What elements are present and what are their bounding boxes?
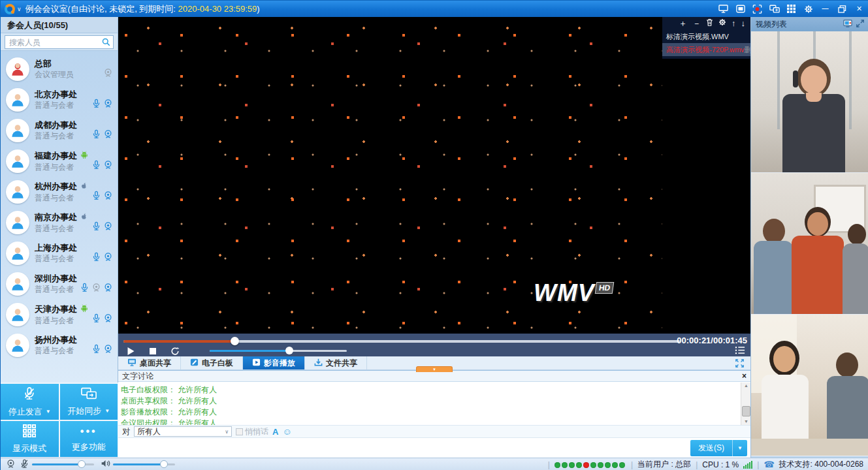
chevron-down-icon[interactable]: ∨ [17,6,22,12]
microphone-icon[interactable] [91,191,101,202]
stop-speaking-button[interactable]: 停止发言▼ [1,384,59,420]
scroll-thumb[interactable] [742,406,750,416]
close-button[interactable]: × [854,4,865,14]
participant-row[interactable]: 成都办事处普通与会者 [1,115,118,146]
trash-icon[interactable] [706,18,713,29]
whisper-option[interactable]: 悄悄话 [236,426,268,437]
permission-message: 桌面共享权限： 允许所有人 [121,396,738,407]
connection-dot [605,462,611,468]
minimize-button[interactable]: ─ [820,4,831,14]
tab-whiteboard[interactable]: 电子白板 [181,356,243,369]
participant-row[interactable]: 上海办事处普通与会者 [1,238,118,268]
scroll-down-icon[interactable]: ▼ [741,418,751,425]
seek-handle[interactable] [231,337,239,345]
webcam-icon[interactable] [103,283,113,294]
volume-handle[interactable] [285,347,293,354]
sync-screens-icon[interactable] [769,4,780,14]
replay-button[interactable] [168,346,182,356]
playlist-add-icon[interactable]: ＋ [679,18,687,29]
search-icon[interactable] [102,38,110,48]
participant-row[interactable]: 天津办事处 普通与会者 [1,299,118,330]
webcam-icon[interactable] [103,313,113,325]
playlist-settings-icon[interactable] [718,18,726,29]
play-button[interactable] [123,346,138,356]
connection-dot [590,462,596,468]
microphone-icon[interactable] [80,283,89,294]
settings-gear-icon[interactable] [803,4,814,14]
microphone-icon[interactable] [91,160,101,172]
chat-input[interactable] [118,439,750,458]
webcam-icon[interactable] [103,221,113,233]
webcam-icon[interactable] [103,344,113,356]
remote-video-thumbnail[interactable] [751,173,868,315]
record-icon[interactable] [752,4,763,14]
participant-row[interactable]: 深圳办事处普通与会者 [1,268,118,299]
volume-slider[interactable] [210,350,347,352]
video-display-icon[interactable] [843,20,852,29]
remote-video-thumbnail[interactable] [751,31,868,173]
window-mode-icon[interactable] [735,4,746,14]
remote-video-thumbnail[interactable] [751,315,868,456]
chat-message-area[interactable]: 电子白板权限： 允许所有人 桌面共享权限： 允许所有人 影音播放权限： 允许所有… [118,383,741,425]
whisper-checkbox[interactable] [236,428,243,435]
search-input[interactable] [5,35,114,49]
participant-row[interactable]: 总部会议管理员 [1,54,118,84]
chat-collapse-handle[interactable] [416,366,453,372]
scroll-up-icon[interactable]: ▲ [741,383,751,389]
stop-button[interactable] [146,346,160,356]
chat-close-icon[interactable]: × [742,371,747,381]
fullscreen-icon[interactable] [729,356,750,369]
microphone-icon[interactable] [91,221,101,233]
webcam-icon[interactable] [103,252,113,264]
webcam-off-icon[interactable] [103,68,113,80]
playlist-remove-icon[interactable]: － [692,18,701,29]
expand-panel-icon[interactable] [856,20,864,29]
display-mode-button[interactable]: 显示模式 [1,421,59,457]
media-playback-stage[interactable]: WMVHD ＋ － ↑ ↓ 标清演示视频.WMV 高清演示视频-720P.wmv… [118,17,750,334]
tab-media-playback[interactable]: 影音播放 [243,356,305,369]
send-options-caret[interactable]: ▼ [733,445,747,451]
participant-row[interactable]: 福建办事处 普通与会者 [1,146,118,176]
move-up-icon[interactable]: ↑ [731,18,736,29]
speaker-icon[interactable] [101,459,110,470]
microphone-icon[interactable] [91,344,101,356]
chevron-down-icon: ▼ [104,408,110,414]
participant-row[interactable]: 杭州办事处 普通与会者 [1,176,118,207]
webcam-off-icon[interactable] [91,283,101,294]
microphone-icon[interactable] [91,252,101,264]
participant-row[interactable]: 扬州办事处普通与会者 [1,330,118,360]
chat-scrollbar[interactable]: ▲ ▼ [741,383,750,425]
move-down-icon[interactable]: ↓ [741,18,746,29]
webcam-status-icon[interactable] [6,459,16,470]
speaker-volume-slider[interactable] [113,463,175,465]
playlist-item[interactable]: 标清演示视频.WMV [662,30,750,43]
support-label: 技术支持: 400-004-0268 [779,459,863,470]
start-sync-button[interactable]: 开始同步▼ [60,384,118,420]
microphone-icon[interactable] [91,99,101,110]
webcam-icon[interactable] [103,160,113,172]
maximize-button[interactable] [837,4,848,14]
recipient-select[interactable]: 所有人 ∨ [134,426,232,437]
tab-desktop-share[interactable]: 桌面共享 [118,356,181,369]
delete-link[interactable]: 删除 [745,43,750,56]
playlist-toggle-icon[interactable] [735,346,745,356]
microphone-icon[interactable] [91,129,101,141]
layout-grid-icon[interactable] [786,4,797,14]
webcam-icon[interactable] [103,191,113,202]
emoji-icon[interactable]: ☺ [282,427,291,436]
seek-bar[interactable] [123,340,680,343]
webcam-icon[interactable] [103,129,113,141]
playlist-item-selected[interactable]: 高清演示视频-720P.wmv删除 [662,43,750,56]
send-button[interactable]: 发送(S) ▼ [690,440,747,456]
participant-row[interactable]: 北京办事处普通与会者 [1,84,118,115]
participant-row[interactable]: 南京办事处 普通与会者 [1,207,118,238]
tab-file-share[interactable]: 文件共享 [305,356,367,369]
more-features-button[interactable]: ••• 更多功能 [60,421,118,457]
microphone-muted-status-icon[interactable] [20,459,29,470]
font-style-button[interactable]: A [272,427,278,437]
microphone-icon[interactable] [91,313,101,325]
chevron-down-icon: ▼ [46,409,51,415]
screen-share-icon[interactable] [718,4,729,14]
webcam-icon[interactable] [103,99,113,110]
mic-volume-slider[interactable] [32,463,94,465]
